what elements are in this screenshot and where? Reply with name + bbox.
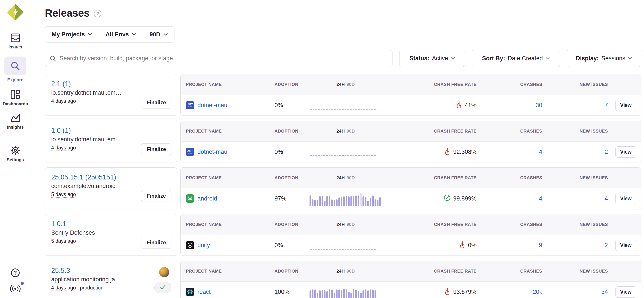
toggle-24h[interactable]: 24H [336,82,345,87]
chart-bar [353,196,354,206]
finalize-button[interactable]: Finalize [141,237,172,248]
crashes-link[interactable]: 4 [539,149,542,155]
new-issues-cell: 2 [542,149,608,155]
view-button[interactable]: View [615,100,636,111]
project-link[interactable]: dotnet-maui [198,149,229,155]
new-issues-header: NEW ISSUES [542,129,608,134]
sessions-sparkline[interactable] [310,235,382,256]
toggle-90d[interactable]: 90D [346,269,355,273]
sort-by-dropdown[interactable]: Sort By: Date Created [472,50,560,67]
chart-bar [350,196,352,206]
toggle-24h[interactable]: 24H [336,269,345,273]
view-cell: View [608,286,636,297]
release-package: io.sentry.dotnet.maui.em… [51,89,143,96]
new-issues-link[interactable]: 2 [604,149,608,155]
project-link[interactable]: react [198,288,210,295]
chart-bar [367,201,369,206]
sentry-org-avatar[interactable] [6,4,24,21]
finalize-button[interactable]: Finalize [141,97,172,108]
chart-bar [341,290,342,298]
toggle-24h[interactable]: 24H [336,175,345,180]
toggle-24h[interactable]: 24H [336,222,345,227]
release-time-link[interactable]: 5 days ago [51,191,76,197]
release-info-card: 1.0.1 Sentry Defenses 5 days ago Finaliz… [45,214,177,256]
crashes-link[interactable]: 9 [539,242,542,248]
finalize-button[interactable]: Finalize [141,143,172,155]
chart-period-toggle: 24H90D [310,129,382,134]
help-icon[interactable]: ? [10,268,20,279]
crash-free-rate-cell: 99.899% [382,194,476,203]
search-input[interactable] [45,50,392,67]
toggle-90d[interactable]: 90D [346,82,355,87]
display-dropdown[interactable]: Display: Sessions [567,50,641,67]
new-issues-link[interactable]: 7 [604,102,608,108]
view-button[interactable]: View [615,286,636,297]
release-row: 2.1 (1) io.sentry.dotnet.maui.em… 4 days… [45,74,641,116]
new-issues-link[interactable]: 2 [604,242,608,248]
crashes-link[interactable]: 20k [532,288,542,295]
project-link[interactable]: unity [198,242,210,249]
sidebar-item-insights[interactable]: Insights [7,114,24,130]
chart-bar [331,289,333,298]
toggle-90d[interactable]: 90D [346,175,355,180]
view-cell: View [608,193,636,204]
sessions-sparkline[interactable] [310,142,382,162]
project-link[interactable]: dotnet-maui [198,102,229,109]
whats-new-button[interactable] [10,284,21,294]
chart-bar [319,196,321,206]
view-button[interactable]: View [615,146,636,158]
environment-filter-dropdown[interactable]: All Envs [99,27,143,42]
crashes-link[interactable]: 30 [536,102,542,108]
release-time-link[interactable]: 5 days ago [51,238,76,244]
new-issues-header: NEW ISSUES [542,269,608,274]
gear-icon [10,145,20,155]
sessions-sparkline[interactable] [310,281,382,298]
android-icon [186,194,194,203]
toggle-90d[interactable]: 90D [346,222,355,227]
svg-text:MAUI: MAUI [188,106,192,108]
release-time-link[interactable]: 4 days ago [51,98,76,104]
release-environment: | production [76,285,104,290]
release-version-link[interactable]: 1.0.1 [51,220,66,228]
svg-text:?: ? [14,270,17,276]
view-button[interactable]: View [615,193,636,204]
chart-bar [336,289,338,298]
finalized-check-pill[interactable] [154,282,172,293]
sidebar-item-label: Settings [7,157,24,162]
sidebar-item-settings[interactable]: Settings [7,145,24,162]
new-issues-link[interactable]: 34 [601,288,608,295]
chart-bar [360,193,362,206]
toggle-24h[interactable]: 24H [336,129,345,133]
new-issues-link[interactable]: 4 [604,195,608,202]
sidebar-item-explore[interactable]: Explore [4,57,26,82]
chart-period-toggle: 24H90D [310,175,382,180]
adoption-header: ADOPTION [274,129,310,134]
release-time-link[interactable]: 4 days ago [51,285,76,290]
finalize-button[interactable]: Finalize [141,190,172,202]
sessions-sparkline[interactable] [310,95,382,116]
view-button[interactable]: View [615,240,636,251]
project-filter-dropdown[interactable]: My Projects [45,27,99,42]
project-link[interactable]: android [198,195,217,202]
release-version-link[interactable]: 25.05.15.1 (2505151) [51,173,116,181]
sidebar-item-dashboards[interactable]: Dashboards [3,89,28,107]
release-time-link[interactable]: 4 days ago [51,145,76,151]
question-circle-icon[interactable]: ? [94,10,101,17]
release-version-link[interactable]: 25.5.3 [51,267,70,274]
sidebar-item-issues[interactable]: Issues [8,33,22,50]
sessions-sparkline[interactable] [310,188,382,209]
chevron-down-icon [451,57,455,60]
date-range-dropdown[interactable]: 90D [143,27,174,42]
empty-sessions-dashed-line [310,249,376,249]
toggle-90d[interactable]: 90D [346,129,355,133]
release-version-link[interactable]: 1.0 (1) [51,127,71,135]
new-issues-cell: 4 [542,195,608,202]
sidebar-bottom: ? [0,268,31,294]
chart-bar [336,199,338,206]
crashes-header: CRASHES [476,82,542,87]
status-dropdown[interactable]: Status: Active [399,50,465,67]
release-version-link[interactable]: 2.1 (1) [51,80,71,88]
release-owner-avatar[interactable] [159,267,169,277]
crashes-link[interactable]: 4 [539,195,542,202]
chart-bar [355,195,357,206]
